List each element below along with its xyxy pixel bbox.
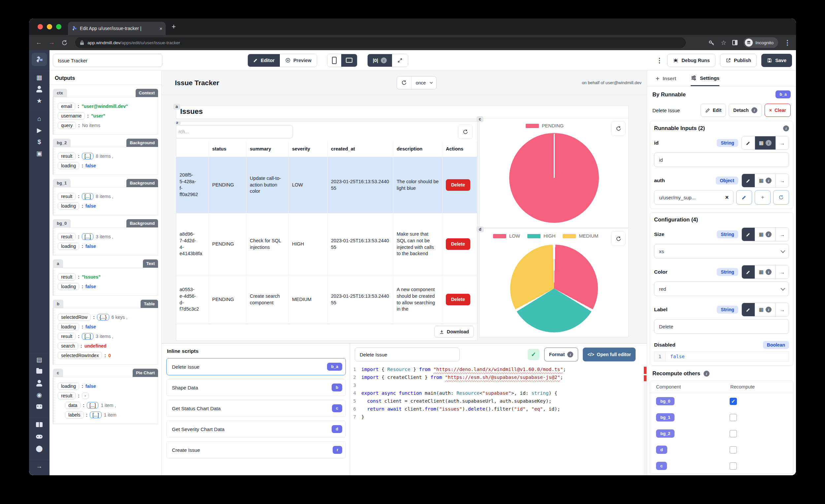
output-key[interactable]: email — [58, 103, 75, 110]
output-id-tab[interactable]: bg_2 — [53, 139, 71, 147]
runs-icon[interactable]: ▶ — [37, 127, 42, 133]
table-refresh-button[interactable] — [458, 125, 472, 139]
output-id-tab[interactable]: bg_1 — [53, 179, 71, 187]
component-tag[interactable]: c — [476, 116, 483, 122]
output-id-tab[interactable]: b — [53, 300, 63, 308]
refresh-resource-button[interactable] — [773, 190, 789, 205]
detach-button[interactable]: Detachi — [729, 103, 762, 117]
eval-mode-button[interactable]: → — [775, 265, 789, 279]
connect-mode-button[interactable]: ▦i — [755, 303, 775, 316]
apps-icon[interactable]: ▦ — [36, 74, 42, 80]
col-header-severity[interactable]: severity — [289, 141, 328, 157]
app-name-input[interactable]: Issue Tracker — [53, 54, 162, 67]
output-key[interactable]: loading — [58, 242, 79, 250]
windmill-logo[interactable] — [32, 53, 47, 66]
id-value-input[interactable]: id — [654, 152, 789, 167]
eval-mode-button[interactable]: → — [775, 174, 789, 187]
static-mode-button[interactable] — [742, 136, 755, 149]
legend-item[interactable]: MEDIUM — [562, 233, 598, 239]
recompute-checkbox[interactable] — [730, 414, 737, 421]
legend-item[interactable]: PENDING — [526, 123, 564, 128]
cell-summary[interactable]: Create search component — [246, 275, 289, 324]
output-id-tab[interactable]: bg_0 — [53, 219, 71, 227]
fullscreen-button[interactable] — [392, 54, 408, 67]
empty-chip[interactable]: - — [82, 392, 89, 399]
component-badge[interactable]: bg_1 — [656, 413, 675, 422]
output-key[interactable]: result — [58, 193, 76, 200]
tab-insert[interactable]: +Insert — [656, 71, 676, 86]
array-chip[interactable]: [...] — [82, 233, 93, 240]
browser-tab[interactable]: Edit App u/user/issue-tracker | × — [68, 22, 166, 35]
pie-chart-severity-component[interactable]: d LOW HIGH MEDIUM — [479, 228, 629, 337]
folders-icon[interactable] — [36, 368, 43, 375]
pie-chart-status-component[interactable]: c PENDING — [479, 118, 629, 228]
edit-resource-button[interactable] — [736, 190, 752, 205]
schedules-icon[interactable]: ▤ — [36, 356, 42, 363]
back-icon[interactable]: ← — [35, 39, 42, 46]
github-icon[interactable]: ⬤ — [35, 445, 43, 451]
output-key[interactable]: loading — [58, 382, 79, 390]
script-item[interactable]: Delete Issueb_a — [166, 358, 346, 375]
eval-mode-button[interactable]: → — [775, 303, 789, 316]
close-tab-icon[interactable]: × — [159, 26, 162, 31]
download-button[interactable]: Download — [434, 326, 474, 338]
debug-runs-button[interactable]: Debug Runs — [667, 54, 715, 67]
recompute-checkbox[interactable] — [730, 446, 737, 453]
output-key[interactable]: result — [58, 333, 76, 340]
password-key-icon[interactable] — [708, 39, 715, 46]
output-key[interactable]: result — [58, 273, 76, 281]
output-key[interactable]: result — [58, 152, 76, 160]
workers-robot-icon[interactable] — [36, 403, 43, 410]
color-select[interactable]: red — [654, 282, 789, 296]
script-item[interactable]: Get Severity Chart Datad — [166, 421, 346, 438]
output-key[interactable]: loading — [58, 162, 79, 169]
output-key[interactable]: labels — [65, 411, 84, 419]
refresh-mode-select[interactable]: once — [411, 77, 436, 89]
output-id-tab[interactable]: ctx — [53, 89, 67, 97]
cell-id[interactable]: 208f5- 5-428a- f- ff0a2962 — [176, 157, 209, 213]
col-header-created-at[interactable]: created_at — [328, 141, 393, 157]
save-button[interactable]: Save — [761, 54, 792, 67]
browser-menu-icon[interactable]: ⋮ — [784, 39, 791, 47]
component-tag[interactable]: a — [173, 103, 180, 110]
script-name-input[interactable]: Delete Issue — [355, 348, 460, 361]
output-key[interactable]: result — [58, 233, 76, 240]
output-key[interactable]: loading — [58, 283, 79, 290]
preview-mode-button[interactable]: Preview — [280, 54, 317, 67]
cell-created-at[interactable]: 2023-01-25T16:13:53.244055 — [328, 275, 393, 324]
output-key[interactable]: search — [58, 342, 78, 350]
clear-button[interactable]: ×Clear — [765, 103, 791, 117]
publish-button[interactable]: Publish — [720, 54, 757, 67]
cell-status[interactable]: PENDING — [209, 275, 246, 324]
cell-created-at[interactable]: 2023-01-25T16:13:53.244055 — [328, 157, 393, 213]
table-component[interactable]: b rch... status summary severity created… — [176, 122, 477, 341]
array-chip[interactable]: [...] — [87, 402, 98, 409]
output-key[interactable]: loading — [58, 323, 79, 331]
home-icon[interactable]: ⌂ — [37, 116, 41, 122]
col-header-summary[interactable]: summary — [246, 141, 289, 157]
col-header-id[interactable] — [176, 141, 209, 157]
mobile-view-button[interactable] — [327, 54, 341, 67]
cell-severity[interactable]: HIGH — [289, 213, 328, 275]
cell-id[interactable]: a8d96- 7-4d2d- 4- e4143b8fa — [176, 213, 209, 275]
user-icon[interactable] — [36, 86, 43, 92]
format-button[interactable]: Formati — [544, 348, 578, 361]
legend-item[interactable]: LOW — [493, 233, 520, 239]
resources-icon[interactable]: ▣ — [36, 150, 42, 156]
connect-mode-button[interactable]: ▦i — [755, 174, 775, 187]
variables-icon[interactable]: $ — [38, 139, 41, 145]
cell-description[interactable]: The color should be light blue — [393, 157, 443, 213]
output-key[interactable]: selectedRow — [58, 313, 91, 321]
output-id-tab[interactable]: c — [53, 369, 63, 377]
minimize-window-button[interactable] — [47, 24, 52, 29]
groups-icon[interactable] — [36, 380, 43, 386]
script-item[interactable]: Shape Datab — [166, 379, 346, 396]
chart-refresh-button[interactable] — [611, 121, 626, 136]
more-menu-icon[interactable]: ⋮ — [656, 57, 663, 64]
component-badge[interactable]: c — [656, 462, 667, 470]
forward-icon[interactable]: → — [49, 39, 55, 46]
component-badge[interactable]: d — [656, 446, 667, 454]
disabled-expression-editor[interactable]: 1 false — [654, 352, 789, 361]
clear-resource-icon[interactable]: × — [725, 194, 729, 201]
delete-row-button[interactable]: Delete — [446, 179, 470, 191]
